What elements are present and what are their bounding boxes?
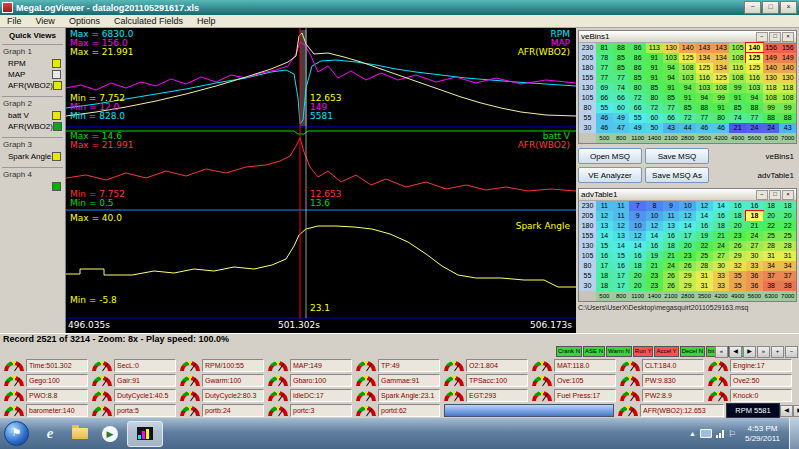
table-cell[interactable]: 118 bbox=[779, 83, 796, 93]
table-cell[interactable]: 23 bbox=[679, 251, 696, 261]
table-cell[interactable]: 26 bbox=[679, 261, 696, 271]
table-cell[interactable]: 108 bbox=[779, 93, 796, 103]
table-cell[interactable]: 116 bbox=[746, 73, 763, 83]
table-cell[interactable]: 26 bbox=[729, 241, 746, 251]
table-cell[interactable]: 15 bbox=[596, 241, 613, 251]
playback-button[interactable]: » bbox=[757, 346, 770, 358]
table-cell[interactable]: 86 bbox=[629, 43, 646, 53]
table-cell[interactable]: 125 bbox=[746, 63, 763, 73]
table-cell[interactable]: 80 bbox=[713, 113, 730, 123]
table-cell[interactable]: 24 bbox=[746, 123, 763, 133]
table-cell[interactable]: 16 bbox=[663, 231, 680, 241]
table-cell[interactable]: 12 bbox=[629, 231, 646, 241]
ve-analyzer-button[interactable]: VE Analyzer bbox=[578, 167, 642, 183]
table-cell[interactable]: 108 bbox=[729, 73, 746, 83]
table-cell[interactable]: 26 bbox=[663, 281, 680, 291]
table-cell[interactable]: 140 bbox=[746, 43, 763, 53]
table-cell[interactable]: 130 bbox=[779, 73, 796, 83]
table-cell[interactable]: 72 bbox=[646, 103, 663, 113]
table-cell[interactable]: 23 bbox=[646, 281, 663, 291]
table-cell[interactable]: 16 bbox=[613, 261, 630, 271]
table-cell[interactable]: 60 bbox=[613, 103, 630, 113]
table-cell[interactable]: 11 bbox=[663, 211, 680, 221]
table-cell[interactable]: 88 bbox=[696, 103, 713, 113]
table-cell[interactable]: 32 bbox=[729, 261, 746, 271]
table-cell[interactable]: 16 bbox=[596, 251, 613, 261]
table-cell[interactable]: 72 bbox=[629, 93, 646, 103]
table-cell[interactable]: 80 bbox=[629, 83, 646, 93]
quick-view-item[interactable]: RPM bbox=[3, 58, 62, 69]
table-cell[interactable]: 46 bbox=[596, 123, 613, 133]
table-cell[interactable]: 66 bbox=[596, 93, 613, 103]
table-cell[interactable]: 12 bbox=[596, 211, 613, 221]
table-cell[interactable]: 18 bbox=[713, 221, 730, 231]
table-cell[interactable]: 23 bbox=[646, 271, 663, 281]
table-cell[interactable]: 69 bbox=[596, 83, 613, 93]
table-cell[interactable]: 36 bbox=[746, 281, 763, 291]
table-cell[interactable]: 94 bbox=[679, 83, 696, 93]
table-cell[interactable]: 91 bbox=[646, 73, 663, 83]
table-cell[interactable]: 108 bbox=[713, 83, 730, 93]
table-cell[interactable]: 46 bbox=[596, 113, 613, 123]
network-icon[interactable] bbox=[700, 429, 712, 438]
table-cell[interactable]: 35 bbox=[729, 281, 746, 291]
table-cell[interactable]: 134 bbox=[713, 53, 730, 63]
table-cell[interactable]: 116 bbox=[729, 63, 746, 73]
table-cell[interactable]: 23 bbox=[729, 231, 746, 241]
table-cell[interactable]: 108 bbox=[763, 93, 780, 103]
table-cell[interactable]: 14 bbox=[696, 211, 713, 221]
frame-close-button[interactable]: × bbox=[782, 190, 794, 200]
menu-help[interactable]: Help bbox=[190, 16, 223, 26]
title-bar[interactable]: MegaLogViewer - datalog201105291617.xls … bbox=[0, 0, 799, 15]
frame-maximize-button[interactable]: □ bbox=[769, 32, 781, 42]
menu-options[interactable]: Options bbox=[62, 16, 107, 26]
vebins-frame-titlebar[interactable]: veBins1 −□× bbox=[579, 31, 796, 43]
table-cell[interactable]: 125 bbox=[713, 73, 730, 83]
table-cell[interactable]: 77 bbox=[596, 63, 613, 73]
table-cell[interactable]: 17 bbox=[613, 271, 630, 281]
table-cell[interactable]: 149 bbox=[779, 53, 796, 63]
table-cell[interactable]: 14 bbox=[713, 201, 730, 211]
table-cell[interactable]: 85 bbox=[663, 93, 680, 103]
table-cell[interactable]: 91 bbox=[646, 53, 663, 63]
table-cell[interactable]: 38 bbox=[779, 281, 796, 291]
table-cell[interactable]: 11 bbox=[613, 201, 630, 211]
table-cell[interactable]: 88 bbox=[763, 113, 780, 123]
playback-button[interactable]: « bbox=[715, 346, 728, 358]
quick-view-item[interactable]: AFR(WBO2) bbox=[3, 121, 62, 132]
table-cell[interactable]: 21 bbox=[713, 231, 730, 241]
table-cell[interactable]: 46 bbox=[696, 123, 713, 133]
table-cell[interactable]: 55 bbox=[596, 103, 613, 113]
action-center-icon[interactable]: ⚐ bbox=[728, 429, 736, 439]
table-cell[interactable]: 116 bbox=[696, 73, 713, 83]
table-cell[interactable]: 31 bbox=[763, 251, 780, 261]
quick-view-item[interactable] bbox=[3, 181, 62, 192]
table-cell[interactable]: 156 bbox=[763, 43, 780, 53]
table-cell[interactable]: 94 bbox=[663, 63, 680, 73]
menu-calculated-fields[interactable]: Calculated Fields bbox=[107, 16, 190, 26]
table-cell[interactable]: 156 bbox=[779, 43, 796, 53]
table-cell[interactable]: 49 bbox=[613, 113, 630, 123]
table-cell[interactable]: 78 bbox=[596, 53, 613, 63]
table-cell[interactable]: 77 bbox=[596, 73, 613, 83]
table-cell[interactable]: 28 bbox=[763, 241, 780, 251]
table-cell[interactable]: 19 bbox=[646, 251, 663, 261]
table-cell[interactable]: 77 bbox=[613, 73, 630, 83]
table-cell[interactable]: 14 bbox=[646, 231, 663, 241]
table-cell[interactable]: 77 bbox=[663, 103, 680, 113]
table-cell[interactable]: 31 bbox=[779, 251, 796, 261]
save-msq-as-button[interactable]: Save MSQ As bbox=[645, 167, 709, 183]
table-cell[interactable]: 140 bbox=[679, 43, 696, 53]
table-cell[interactable]: 16 bbox=[646, 241, 663, 251]
table-cell[interactable]: 18 bbox=[663, 241, 680, 251]
table-cell[interactable]: 18 bbox=[596, 271, 613, 281]
table-cell[interactable]: 20 bbox=[629, 271, 646, 281]
table-cell[interactable]: 14 bbox=[613, 241, 630, 251]
frame-minimize-button[interactable]: − bbox=[756, 190, 768, 200]
table-cell[interactable]: 18 bbox=[629, 261, 646, 271]
table-cell[interactable]: 12 bbox=[696, 201, 713, 211]
table-cell[interactable]: 21 bbox=[646, 261, 663, 271]
table-cell[interactable]: 16 bbox=[729, 201, 746, 211]
table-cell[interactable]: 74 bbox=[613, 83, 630, 93]
table-cell[interactable]: 29 bbox=[679, 271, 696, 281]
